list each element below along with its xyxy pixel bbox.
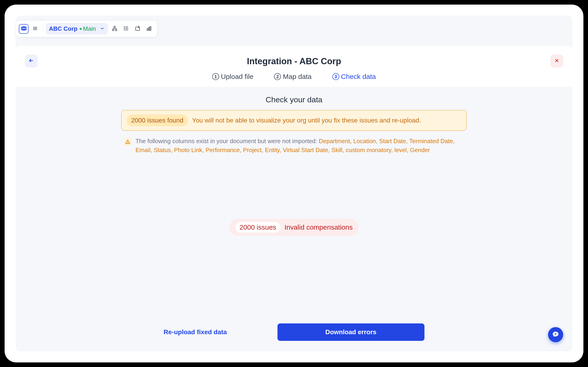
svg-rect-17 (148, 27, 149, 30)
list-view-button[interactable] (121, 24, 131, 34)
chat-icon (552, 331, 559, 339)
issue-summary-row: 2000 issues Invalid compensations (121, 219, 467, 236)
content-area: ABC Corp Main (16, 16, 572, 351)
svg-rect-7 (112, 29, 114, 31)
org-selector[interactable]: ABC Corp Main (46, 23, 108, 35)
org-chart-icon (112, 25, 118, 32)
svg-point-23 (128, 143, 128, 143)
page-title: Integration - ABC Corp (25, 56, 563, 66)
unimported-columns-text: The following columns exist in your docu… (136, 137, 464, 155)
org-name: ABC Corp (49, 25, 78, 32)
svg-rect-25 (554, 334, 556, 335)
svg-point-13 (124, 28, 124, 28)
main-panel: Integration - ABC Corp 1 Upload file 2 M… (16, 46, 572, 351)
issue-count: 2000 issues (235, 222, 280, 233)
reupload-button[interactable]: Re-upload fixed data (164, 328, 227, 336)
issues-count-pill: 2000 issues found (127, 115, 188, 126)
panel-body: Check your data 2000 issues found You wi… (16, 87, 572, 351)
issue-chip-invalid-compensations[interactable]: 2000 issues Invalid compensations (229, 219, 359, 236)
sparkle-calendar-icon (135, 25, 141, 32)
step-label: Check data (341, 73, 376, 81)
svg-rect-24 (554, 333, 557, 334)
arrow-left-icon (28, 58, 34, 65)
issues-alert: 2000 issues found You will not be able t… (121, 110, 467, 131)
svg-rect-6 (114, 26, 115, 27)
step-number: 1 (212, 73, 219, 80)
app-window: ABC Corp Main (5, 5, 583, 362)
download-errors-button[interactable]: Download errors (277, 323, 424, 341)
issues-alert-text: You will not be able to visualize your o… (192, 117, 461, 124)
menu-icon (32, 25, 38, 32)
footer-actions: Re-upload fixed data Download errors (16, 323, 572, 341)
issue-label: Invalid compensations (285, 223, 353, 231)
back-button[interactable] (25, 55, 38, 67)
step-number: 3 (332, 73, 339, 80)
analytics-view-button[interactable] (144, 24, 154, 34)
warning-icon (124, 138, 132, 146)
step-check-data[interactable]: 3 Check data (332, 73, 376, 81)
chevron-down-icon (100, 26, 105, 32)
unimported-columns-info: The following columns exist in your docu… (121, 137, 467, 155)
chat-fab[interactable] (548, 327, 563, 342)
toolbar-divider (43, 25, 43, 32)
step-number: 2 (274, 73, 281, 80)
close-button[interactable] (550, 55, 563, 67)
app-logo-button[interactable] (19, 24, 28, 34)
org-chart-view-button[interactable] (110, 24, 120, 34)
stepper: 1 Upload file 2 Map data 3 Check data (25, 73, 563, 87)
step-label: Map data (283, 73, 311, 81)
svg-point-12 (124, 27, 124, 27)
info-prefix: The following columns exist in your docu… (136, 138, 319, 144)
bar-chart-icon (146, 25, 152, 32)
svg-rect-15 (136, 27, 139, 30)
top-toolbar: ABC Corp Main (16, 21, 157, 37)
step-map-data[interactable]: 2 Map data (274, 73, 311, 81)
logo-icon (21, 25, 27, 32)
step-upload-file[interactable]: 1 Upload file (212, 73, 254, 81)
svg-rect-18 (150, 26, 151, 30)
branch-badge: Main (80, 25, 96, 32)
list-icon (123, 25, 129, 32)
step-label: Upload file (221, 73, 254, 81)
close-icon (554, 58, 560, 64)
sparkle-view-button[interactable] (133, 24, 142, 34)
svg-rect-16 (147, 28, 148, 31)
menu-button[interactable] (30, 24, 40, 34)
svg-rect-8 (115, 29, 117, 31)
svg-point-14 (124, 30, 124, 30)
panel-header: Integration - ABC Corp 1 Upload file 2 M… (16, 46, 572, 87)
body-heading: Check your data (121, 95, 467, 104)
